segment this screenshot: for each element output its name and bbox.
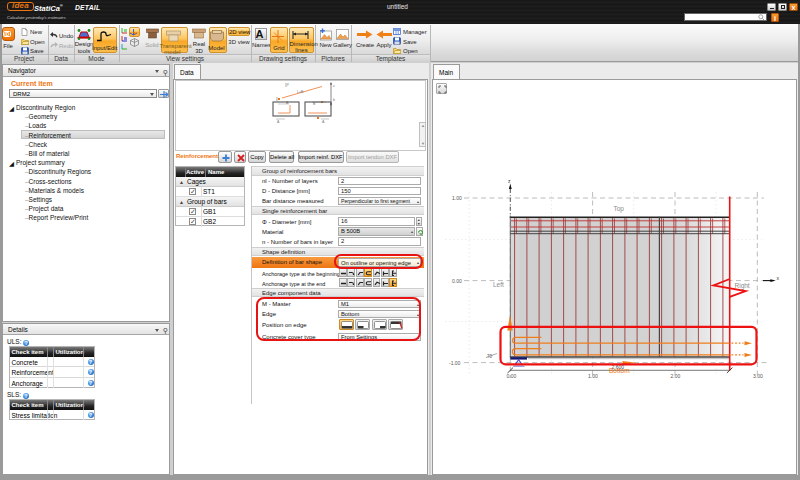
svg-text:A: A — [277, 120, 280, 124]
svg-text:-1.00: -1.00 — [449, 360, 461, 366]
svg-text:0.00: 0.00 — [507, 373, 517, 379]
svg-text:1.00: 1.00 — [588, 373, 598, 379]
svg-text:x: x — [777, 275, 780, 281]
svg-text:A: A — [322, 120, 325, 124]
svg-text:b: b — [333, 98, 335, 102]
svg-text:Right: Right — [735, 282, 750, 290]
svg-text:2.00: 2.00 — [671, 373, 681, 379]
svg-text:y: y — [287, 82, 289, 86]
svg-text:z: z — [333, 84, 335, 88]
svg-text:Top: Top — [614, 205, 625, 213]
svg-text:z: z — [508, 178, 511, 184]
svg-text:L=B: L=B — [297, 90, 304, 94]
svg-text:3.00: 3.00 — [753, 373, 763, 379]
svg-text:0.00: 0.00 — [452, 278, 462, 284]
svg-text:B: B — [313, 102, 316, 106]
svg-text:Bottom: Bottom — [609, 367, 630, 374]
svg-text:1.00: 1.00 — [452, 195, 462, 201]
svg-text:Left: Left — [493, 281, 504, 288]
